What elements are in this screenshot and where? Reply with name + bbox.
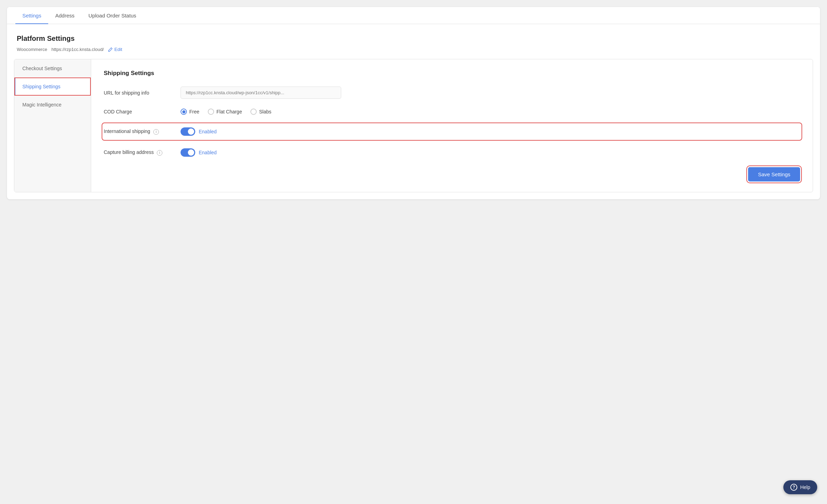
- tab-upload-order-status[interactable]: Upload Order Status: [81, 7, 143, 24]
- capture-billing-label: Capture billing address i: [104, 149, 174, 156]
- save-btn-wrapper: Save Settings: [104, 167, 800, 181]
- sidebar-item-checkout-settings[interactable]: Checkout Settings: [14, 59, 91, 77]
- capture-billing-status: Enabled: [199, 150, 217, 155]
- page-wrapper: Settings Address Upload Order Status Pla…: [0, 0, 827, 504]
- help-icon: ?: [790, 484, 797, 491]
- platform-section: Platform Settings Woocommerce https://rz…: [7, 24, 820, 59]
- capture-billing-info-icon[interactable]: i: [157, 150, 162, 156]
- international-shipping-status: Enabled: [199, 129, 217, 134]
- radio-slabs-label: Slabs: [259, 109, 271, 114]
- radio-slabs-circle: [250, 109, 257, 115]
- sidebar-item-magic-intelligence[interactable]: Magic Intelligence: [14, 96, 91, 114]
- capture-billing-toggle-wrapper: Enabled: [181, 148, 217, 157]
- international-shipping-toggle-wrapper: Enabled: [181, 127, 217, 136]
- save-settings-button[interactable]: Save Settings: [748, 167, 800, 181]
- cod-radio-group: Free Flat Charge Slabs: [181, 109, 271, 115]
- cod-charge-row: COD Charge Free Flat Charge Slabs: [104, 109, 800, 115]
- radio-flat-charge[interactable]: Flat Charge: [208, 109, 242, 115]
- radio-flat-charge-circle: [208, 109, 214, 115]
- capture-billing-toggle[interactable]: [181, 148, 195, 157]
- radio-free-label: Free: [189, 109, 199, 114]
- platform-name: Woocommerce: [17, 47, 47, 52]
- help-label: Help: [800, 484, 810, 490]
- radio-free[interactable]: Free: [181, 109, 199, 115]
- sidebar-item-shipping-settings[interactable]: Shipping Settings: [14, 77, 91, 96]
- url-label: URL for shipping info: [104, 90, 174, 96]
- url-row: URL for shipping info: [104, 87, 800, 99]
- help-button[interactable]: ? Help: [783, 480, 817, 494]
- main-card: Settings Address Upload Order Status Pla…: [7, 7, 820, 199]
- edit-icon: [108, 47, 113, 52]
- edit-link[interactable]: Edit: [108, 47, 122, 52]
- international-shipping-label: International shipping i: [104, 128, 174, 135]
- international-shipping-info-icon[interactable]: i: [153, 129, 159, 135]
- platform-title: Platform Settings: [17, 35, 810, 43]
- edit-label: Edit: [114, 47, 122, 52]
- international-shipping-toggle[interactable]: [181, 127, 195, 136]
- content-area: Checkout Settings Shipping Settings Magi…: [14, 59, 813, 192]
- tab-address[interactable]: Address: [48, 7, 81, 24]
- url-input[interactable]: [181, 87, 341, 99]
- cod-charge-label: COD Charge: [104, 109, 174, 114]
- tab-settings[interactable]: Settings: [15, 7, 48, 24]
- radio-flat-charge-label: Flat Charge: [217, 109, 242, 114]
- international-shipping-row: International shipping i Enabled: [104, 125, 800, 139]
- section-title: Shipping Settings: [104, 70, 800, 77]
- capture-billing-row: Capture billing address i Enabled: [104, 148, 800, 157]
- platform-meta: Woocommerce https://rzp1cc.knsta.cloud/ …: [17, 47, 810, 52]
- sidebar: Checkout Settings Shipping Settings Magi…: [14, 59, 91, 192]
- tabs-bar: Settings Address Upload Order Status: [7, 7, 820, 24]
- radio-free-circle: [181, 109, 187, 115]
- platform-url: https://rzp1cc.knsta.cloud/: [51, 47, 104, 52]
- radio-slabs[interactable]: Slabs: [250, 109, 271, 115]
- main-content: Shipping Settings URL for shipping info …: [91, 59, 813, 192]
